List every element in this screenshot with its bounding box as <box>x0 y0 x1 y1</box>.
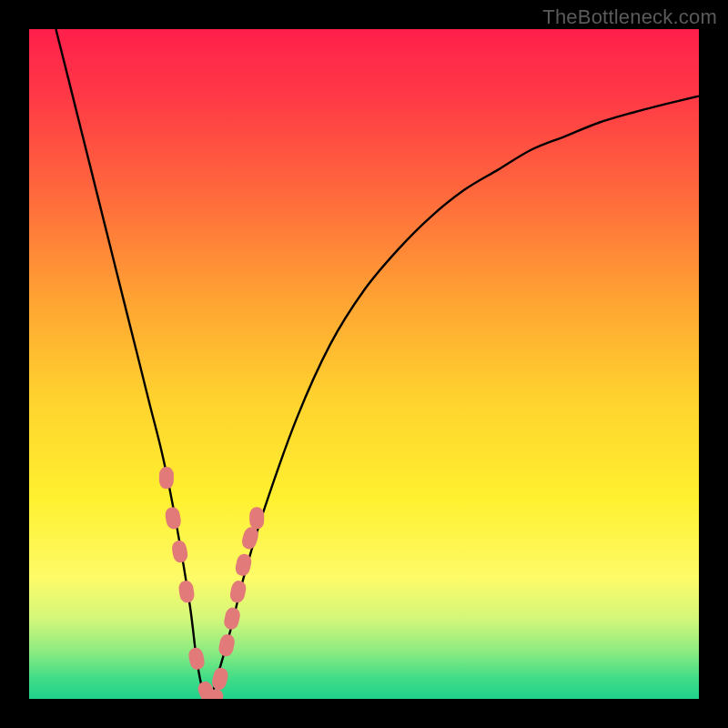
data-marker <box>177 580 196 603</box>
curve-layer <box>56 29 699 699</box>
data-marker <box>159 467 174 489</box>
data-marker <box>228 580 248 604</box>
data-marker <box>164 506 182 530</box>
plot-area <box>29 29 699 699</box>
chart-svg <box>29 29 699 699</box>
data-marker <box>187 646 206 671</box>
data-marker <box>223 606 242 631</box>
marker-layer <box>159 467 264 699</box>
data-marker <box>217 633 236 658</box>
data-marker <box>249 507 264 529</box>
watermark-text: TheBottleneck.com <box>542 5 717 29</box>
data-marker <box>171 540 189 563</box>
chart-frame: TheBottleneck.com <box>0 0 728 728</box>
bottleneck-curve <box>56 29 699 699</box>
